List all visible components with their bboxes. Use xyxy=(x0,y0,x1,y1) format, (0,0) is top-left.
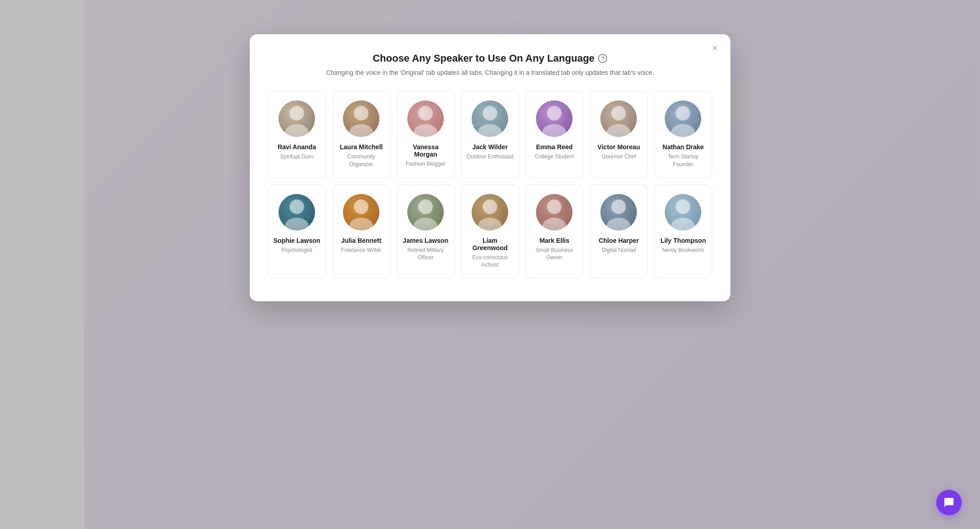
speaker-name-nathan-drake: Nathan Drake xyxy=(663,143,704,151)
svg-point-12 xyxy=(676,106,691,120)
svg-point-13 xyxy=(671,124,695,137)
speaker-name-mark-ellis: Mark Ellis xyxy=(540,237,569,244)
speaker-card-mark-ellis[interactable]: Mark EllisSmall Business Owner xyxy=(525,184,583,279)
svg-point-11 xyxy=(607,124,631,137)
speaker-card-ravi-ananda[interactable]: Ravi AnandaSpiritual Guru xyxy=(268,91,326,178)
speaker-name-ravi-ananda: Ravi Ananda xyxy=(278,143,316,151)
speaker-selection-modal: × Choose Any Speaker to Use On Any Langu… xyxy=(250,34,731,301)
speaker-avatar-lily-thompson xyxy=(665,194,702,230)
chat-button[interactable] xyxy=(936,490,962,515)
speaker-role-james-lawson: Retired Military Officer xyxy=(402,246,450,262)
speaker-name-jack-wilder: Jack Wilder xyxy=(472,143,508,151)
speaker-role-chloe-harper: Digital Nomad xyxy=(602,246,636,254)
svg-point-5 xyxy=(414,124,437,137)
speaker-role-nathan-drake: Tech Startup Founder xyxy=(659,153,707,168)
help-icon[interactable]: ? xyxy=(598,54,608,63)
speaker-avatar-emma-reed xyxy=(536,100,573,137)
speaker-avatar-chloe-harper xyxy=(601,194,637,230)
speaker-card-lily-thompson[interactable]: Lily ThompsonNerdy Bookworm xyxy=(654,184,712,279)
speaker-name-liam-greenwood: Liam Greenwood xyxy=(466,237,514,251)
speaker-card-chloe-harper[interactable]: Chloe HarperDigital Nomad xyxy=(590,184,648,279)
modal-title: Choose Any Speaker to Use On Any Languag… xyxy=(268,52,713,64)
svg-point-2 xyxy=(354,106,368,120)
svg-point-26 xyxy=(676,199,691,214)
svg-point-19 xyxy=(414,218,437,230)
svg-point-18 xyxy=(418,199,433,214)
svg-point-8 xyxy=(547,106,562,120)
chat-icon xyxy=(943,497,954,508)
speaker-role-lily-thompson: Nerdy Bookworm xyxy=(662,246,704,254)
svg-point-17 xyxy=(349,218,373,230)
svg-point-20 xyxy=(482,199,497,214)
speaker-role-emma-reed: College Student xyxy=(535,153,574,161)
svg-point-3 xyxy=(349,124,373,137)
speaker-name-lily-thompson: Lily Thompson xyxy=(660,237,706,244)
speaker-avatar-liam-greenwood xyxy=(472,194,508,230)
speaker-avatar-ravi-ananda xyxy=(278,100,315,137)
speaker-avatar-laura-mitchell xyxy=(343,100,379,137)
speaker-card-liam-greenwood[interactable]: Liam GreenwoodEco-conscious Activist xyxy=(461,184,519,279)
speaker-card-vanessa-morgan[interactable]: Vanessa MorganFashion Blogger xyxy=(397,91,455,178)
speaker-name-julia-bennett: Julia Bennett xyxy=(341,237,381,244)
svg-point-27 xyxy=(671,218,695,230)
speaker-card-laura-mitchell[interactable]: Laura MitchellCommunity Organizer xyxy=(332,91,390,178)
speaker-name-emma-reed: Emma Reed xyxy=(536,143,572,151)
svg-point-25 xyxy=(607,218,631,230)
speaker-role-victor-moreau: Gourmet Chef xyxy=(602,153,636,161)
svg-point-16 xyxy=(354,199,368,214)
speaker-avatar-james-lawson xyxy=(407,194,444,230)
svg-point-22 xyxy=(547,199,562,214)
speaker-card-emma-reed[interactable]: Emma ReedCollege Student xyxy=(525,91,583,178)
speaker-name-chloe-harper: Chloe Harper xyxy=(599,237,639,244)
svg-point-9 xyxy=(543,124,566,137)
svg-point-24 xyxy=(612,199,626,214)
svg-point-21 xyxy=(478,218,502,230)
speaker-avatar-jack-wilder xyxy=(472,100,508,137)
svg-point-14 xyxy=(289,199,304,214)
speaker-card-nathan-drake[interactable]: Nathan DrakeTech Startup Founder xyxy=(654,91,712,178)
speaker-card-julia-bennett[interactable]: Julia BennettFreelance Writer xyxy=(332,184,390,279)
speaker-name-laura-mitchell: Laura Mitchell xyxy=(340,143,383,151)
speaker-card-sophie-lawson[interactable]: Sophie LawsonPsychologist xyxy=(268,184,326,279)
speaker-role-jack-wilder: Outdoor Enthusiast xyxy=(466,153,514,161)
speaker-card-victor-moreau[interactable]: Victor MoreauGourmet Chef xyxy=(590,91,648,178)
speaker-name-james-lawson: James Lawson xyxy=(403,237,449,244)
svg-point-6 xyxy=(482,106,497,120)
speaker-role-laura-mitchell: Community Organizer xyxy=(337,153,385,168)
speaker-avatar-sophie-lawson xyxy=(278,194,315,230)
svg-point-7 xyxy=(478,124,502,137)
speaker-role-mark-ellis: Small Business Owner xyxy=(530,246,578,262)
speaker-name-victor-moreau: Victor Moreau xyxy=(597,143,640,151)
speaker-card-james-lawson[interactable]: James LawsonRetired Military Officer xyxy=(397,184,455,279)
speaker-role-sophie-lawson: Psychologist xyxy=(282,246,312,254)
svg-point-1 xyxy=(285,124,309,137)
svg-point-4 xyxy=(418,106,433,120)
svg-point-10 xyxy=(612,106,626,120)
speaker-avatar-vanessa-morgan xyxy=(407,100,444,137)
speaker-avatar-julia-bennett xyxy=(343,194,379,230)
svg-point-15 xyxy=(285,218,309,230)
speaker-role-vanessa-morgan: Fashion Blogger xyxy=(406,160,445,168)
speaker-avatar-nathan-drake xyxy=(665,100,702,137)
speakers-grid: Ravi AnandaSpiritual Guru Laura Mitchell… xyxy=(268,91,713,278)
speaker-role-liam-greenwood: Eco-conscious Activist xyxy=(466,254,514,269)
speaker-name-vanessa-morgan: Vanessa Morgan xyxy=(402,143,450,158)
modal-subtitle: Changing the voice in the 'Original' tab… xyxy=(268,69,713,76)
speaker-avatar-mark-ellis xyxy=(536,194,573,230)
speaker-card-jack-wilder[interactable]: Jack WilderOutdoor Enthusiast xyxy=(461,91,519,178)
svg-point-23 xyxy=(543,218,566,230)
speaker-role-julia-bennett: Freelance Writer xyxy=(341,246,381,254)
speaker-avatar-victor-moreau xyxy=(601,100,637,137)
svg-point-0 xyxy=(289,106,304,120)
close-button[interactable]: × xyxy=(709,42,722,54)
speaker-name-sophie-lawson: Sophie Lawson xyxy=(273,237,320,244)
speaker-role-ravi-ananda: Spiritual Guru xyxy=(280,153,314,161)
